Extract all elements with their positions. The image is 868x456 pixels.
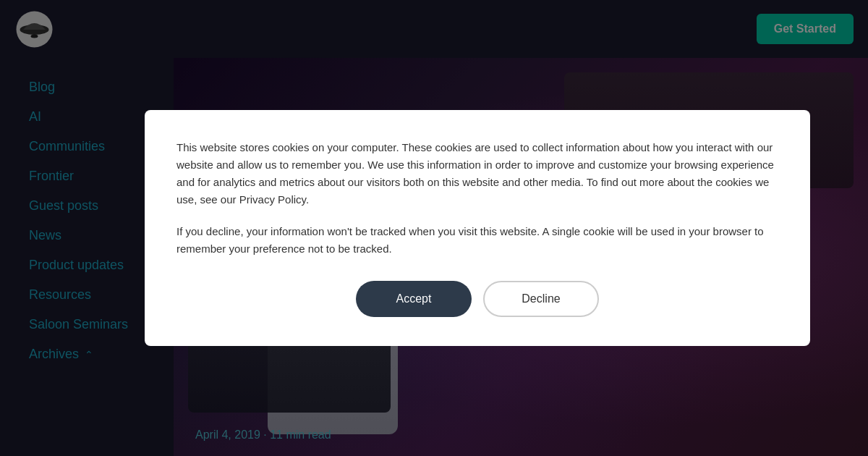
decline-button[interactable]: Decline <box>483 281 599 317</box>
cookie-modal-buttons: Accept Decline <box>176 281 778 317</box>
cookie-primary-text: This website stores cookies on your comp… <box>176 139 778 208</box>
cookie-modal-overlay: This website stores cookies on your comp… <box>0 0 868 456</box>
accept-button[interactable]: Accept <box>356 281 472 317</box>
cookie-modal: This website stores cookies on your comp… <box>145 110 810 346</box>
cookie-secondary-text: If you decline, your information won't b… <box>176 223 778 258</box>
